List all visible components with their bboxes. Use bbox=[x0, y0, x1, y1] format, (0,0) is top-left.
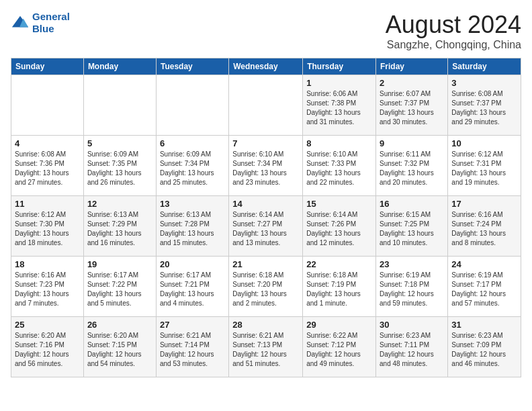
calendar-day-cell: 9Sunrise: 6:11 AM Sunset: 7:32 PM Daylig… bbox=[376, 136, 448, 196]
day-number: 30 bbox=[380, 320, 444, 330]
calendar-week-row: 25Sunrise: 6:20 AM Sunset: 7:16 PM Dayli… bbox=[11, 317, 521, 377]
day-number: 24 bbox=[451, 259, 517, 269]
day-number: 13 bbox=[160, 199, 225, 209]
day-info: Sunrise: 6:20 AM Sunset: 7:16 PM Dayligh… bbox=[15, 331, 80, 369]
calendar-day-cell: 16Sunrise: 6:15 AM Sunset: 7:25 PM Dayli… bbox=[376, 196, 448, 257]
day-number: 20 bbox=[160, 259, 225, 269]
day-info: Sunrise: 6:14 AM Sunset: 7:27 PM Dayligh… bbox=[232, 210, 299, 248]
logo: General Blue bbox=[11, 11, 70, 35]
calendar-week-row: 1Sunrise: 6:06 AM Sunset: 7:38 PM Daylig… bbox=[11, 75, 521, 136]
calendar-day-cell: 4Sunrise: 6:08 AM Sunset: 7:36 PM Daylig… bbox=[11, 136, 84, 196]
day-number: 17 bbox=[451, 199, 517, 209]
calendar-day-cell: 30Sunrise: 6:23 AM Sunset: 7:11 PM Dayli… bbox=[376, 317, 448, 377]
day-number: 19 bbox=[87, 259, 152, 269]
calendar-day-cell bbox=[156, 75, 228, 136]
calendar-day-cell: 15Sunrise: 6:14 AM Sunset: 7:26 PM Dayli… bbox=[303, 196, 376, 257]
day-of-week-header: Monday bbox=[83, 58, 156, 75]
calendar-day-cell: 7Sunrise: 6:10 AM Sunset: 7:34 PM Daylig… bbox=[229, 136, 303, 196]
calendar-day-cell: 20Sunrise: 6:17 AM Sunset: 7:21 PM Dayli… bbox=[156, 257, 228, 317]
page-header: General Blue August 2024 Sangzhe, Chongq… bbox=[11, 11, 521, 51]
calendar-week-row: 4Sunrise: 6:08 AM Sunset: 7:36 PM Daylig… bbox=[11, 136, 521, 196]
day-info: Sunrise: 6:07 AM Sunset: 7:37 PM Dayligh… bbox=[380, 89, 444, 127]
day-number: 21 bbox=[232, 259, 299, 269]
calendar-week-row: 11Sunrise: 6:12 AM Sunset: 7:30 PM Dayli… bbox=[11, 196, 521, 257]
day-info: Sunrise: 6:12 AM Sunset: 7:30 PM Dayligh… bbox=[15, 210, 80, 248]
calendar-header-row: SundayMondayTuesdayWednesdayThursdayFrid… bbox=[11, 58, 521, 75]
day-number: 27 bbox=[160, 320, 225, 330]
day-info: Sunrise: 6:10 AM Sunset: 7:33 PM Dayligh… bbox=[306, 150, 372, 187]
day-info: Sunrise: 6:18 AM Sunset: 7:19 PM Dayligh… bbox=[306, 271, 372, 308]
day-info: Sunrise: 6:11 AM Sunset: 7:32 PM Dayligh… bbox=[380, 150, 444, 187]
calendar-day-cell: 8Sunrise: 6:10 AM Sunset: 7:33 PM Daylig… bbox=[303, 136, 376, 196]
day-info: Sunrise: 6:13 AM Sunset: 7:28 PM Dayligh… bbox=[160, 210, 225, 248]
calendar-day-cell: 14Sunrise: 6:14 AM Sunset: 7:27 PM Dayli… bbox=[229, 196, 303, 257]
day-info: Sunrise: 6:15 AM Sunset: 7:25 PM Dayligh… bbox=[380, 210, 444, 248]
day-info: Sunrise: 6:19 AM Sunset: 7:17 PM Dayligh… bbox=[451, 271, 517, 308]
day-number: 23 bbox=[380, 259, 444, 269]
calendar-day-cell: 26Sunrise: 6:20 AM Sunset: 7:15 PM Dayli… bbox=[83, 317, 156, 377]
day-info: Sunrise: 6:08 AM Sunset: 7:36 PM Dayligh… bbox=[15, 150, 80, 187]
day-number: 11 bbox=[15, 199, 80, 209]
calendar-day-cell: 25Sunrise: 6:20 AM Sunset: 7:16 PM Dayli… bbox=[11, 317, 84, 377]
day-info: Sunrise: 6:08 AM Sunset: 7:37 PM Dayligh… bbox=[451, 89, 517, 127]
logo-line2: Blue bbox=[32, 23, 70, 35]
day-number: 16 bbox=[380, 199, 444, 209]
calendar-day-cell: 11Sunrise: 6:12 AM Sunset: 7:30 PM Dayli… bbox=[11, 196, 84, 257]
day-of-week-header: Wednesday bbox=[229, 58, 303, 75]
day-number: 1 bbox=[306, 78, 372, 88]
day-number: 2 bbox=[380, 78, 444, 88]
calendar-day-cell: 18Sunrise: 6:16 AM Sunset: 7:23 PM Dayli… bbox=[11, 257, 84, 317]
day-number: 15 bbox=[306, 199, 372, 209]
calendar-day-cell: 2Sunrise: 6:07 AM Sunset: 7:37 PM Daylig… bbox=[376, 75, 448, 136]
calendar-day-cell: 31Sunrise: 6:23 AM Sunset: 7:09 PM Dayli… bbox=[448, 317, 521, 377]
day-number: 10 bbox=[451, 138, 517, 148]
day-number: 31 bbox=[451, 320, 517, 330]
day-number: 25 bbox=[15, 320, 80, 330]
calendar-day-cell: 27Sunrise: 6:21 AM Sunset: 7:14 PM Dayli… bbox=[156, 317, 228, 377]
month-year-title: August 2024 bbox=[386, 11, 521, 39]
day-info: Sunrise: 6:16 AM Sunset: 7:24 PM Dayligh… bbox=[451, 210, 517, 248]
day-number: 18 bbox=[15, 259, 80, 269]
day-of-week-header: Thursday bbox=[303, 58, 376, 75]
day-info: Sunrise: 6:17 AM Sunset: 7:22 PM Dayligh… bbox=[87, 271, 152, 308]
day-info: Sunrise: 6:06 AM Sunset: 7:38 PM Dayligh… bbox=[306, 89, 372, 127]
day-info: Sunrise: 6:23 AM Sunset: 7:09 PM Dayligh… bbox=[451, 331, 517, 369]
day-info: Sunrise: 6:09 AM Sunset: 7:34 PM Dayligh… bbox=[160, 150, 225, 187]
day-number: 8 bbox=[306, 138, 372, 148]
day-info: Sunrise: 6:12 AM Sunset: 7:31 PM Dayligh… bbox=[451, 150, 517, 187]
day-of-week-header: Friday bbox=[376, 58, 448, 75]
day-info: Sunrise: 6:22 AM Sunset: 7:12 PM Dayligh… bbox=[306, 331, 372, 369]
calendar-day-cell: 24Sunrise: 6:19 AM Sunset: 7:17 PM Dayli… bbox=[448, 257, 521, 317]
calendar-day-cell: 6Sunrise: 6:09 AM Sunset: 7:34 PM Daylig… bbox=[156, 136, 228, 196]
location-title: Sangzhe, Chongqing, China bbox=[386, 39, 521, 51]
calendar-day-cell: 28Sunrise: 6:21 AM Sunset: 7:13 PM Dayli… bbox=[229, 317, 303, 377]
day-info: Sunrise: 6:10 AM Sunset: 7:34 PM Dayligh… bbox=[232, 150, 299, 187]
day-info: Sunrise: 6:19 AM Sunset: 7:18 PM Dayligh… bbox=[380, 271, 444, 308]
day-number: 22 bbox=[306, 259, 372, 269]
day-info: Sunrise: 6:17 AM Sunset: 7:21 PM Dayligh… bbox=[160, 271, 225, 308]
day-info: Sunrise: 6:18 AM Sunset: 7:20 PM Dayligh… bbox=[232, 271, 299, 308]
calendar-day-cell: 10Sunrise: 6:12 AM Sunset: 7:31 PM Dayli… bbox=[448, 136, 521, 196]
day-number: 29 bbox=[306, 320, 372, 330]
day-info: Sunrise: 6:13 AM Sunset: 7:29 PM Dayligh… bbox=[87, 210, 152, 248]
day-number: 26 bbox=[87, 320, 152, 330]
calendar-table: SundayMondayTuesdayWednesdayThursdayFrid… bbox=[11, 58, 521, 377]
logo-icon bbox=[11, 13, 30, 32]
day-of-week-header: Tuesday bbox=[156, 58, 228, 75]
calendar-day-cell: 12Sunrise: 6:13 AM Sunset: 7:29 PM Dayli… bbox=[83, 196, 156, 257]
day-number: 6 bbox=[160, 138, 225, 148]
day-number: 4 bbox=[15, 138, 80, 148]
calendar-day-cell: 1Sunrise: 6:06 AM Sunset: 7:38 PM Daylig… bbox=[303, 75, 376, 136]
logo-text: General Blue bbox=[32, 11, 70, 35]
day-number: 14 bbox=[232, 199, 299, 209]
calendar-day-cell: 3Sunrise: 6:08 AM Sunset: 7:37 PM Daylig… bbox=[448, 75, 521, 136]
day-of-week-header: Saturday bbox=[448, 58, 521, 75]
calendar-day-cell bbox=[11, 75, 84, 136]
day-info: Sunrise: 6:21 AM Sunset: 7:14 PM Dayligh… bbox=[160, 331, 225, 369]
calendar-day-cell bbox=[229, 75, 303, 136]
day-info: Sunrise: 6:21 AM Sunset: 7:13 PM Dayligh… bbox=[232, 331, 299, 369]
day-number: 28 bbox=[232, 320, 299, 330]
logo-line1: General bbox=[32, 11, 70, 22]
day-number: 7 bbox=[232, 138, 299, 148]
calendar-week-row: 18Sunrise: 6:16 AM Sunset: 7:23 PM Dayli… bbox=[11, 257, 521, 317]
